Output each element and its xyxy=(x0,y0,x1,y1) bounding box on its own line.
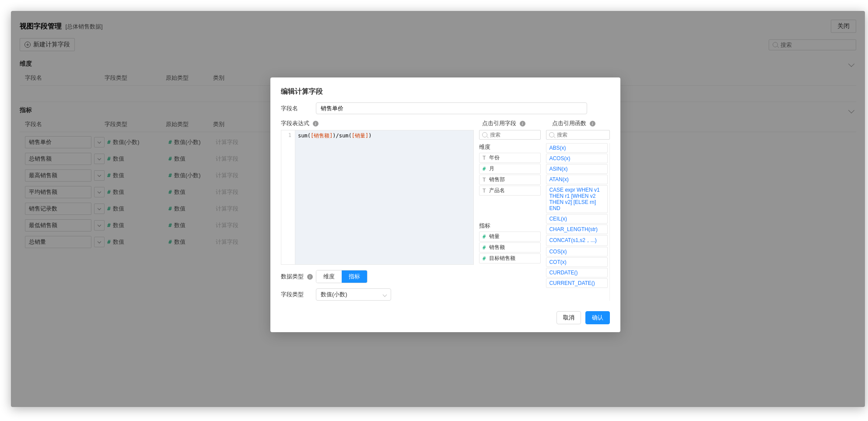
function-item[interactable]: CURRENT_DATE() xyxy=(546,278,608,288)
field-item[interactable]: T产品名 xyxy=(479,186,541,196)
field-item[interactable]: #目标销售额 xyxy=(479,253,541,263)
function-item[interactable]: ASIN(x) xyxy=(546,164,608,174)
field-item-label: 月 xyxy=(489,165,494,172)
field-type-select[interactable]: 数值(小数) xyxy=(316,288,391,301)
fields-panel: 维度 T年份#月T销售部T产品名 指标 #销量#销售额#目标销售额 xyxy=(479,130,541,306)
function-item[interactable]: ATAN(x) xyxy=(546,175,608,184)
field-item[interactable]: T销售部 xyxy=(479,175,541,185)
modal-footer: 取消 确认 xyxy=(281,311,610,324)
field-type-row: 字段类型 数值(小数) xyxy=(281,288,474,301)
cancel-button[interactable]: 取消 xyxy=(556,311,581,324)
search-icon xyxy=(549,132,554,137)
function-item[interactable]: ACOS(x) xyxy=(546,154,608,163)
function-item[interactable]: CONCAT(s1,s2，...) xyxy=(546,235,608,246)
field-type-value: 数值(小数) xyxy=(321,291,347,298)
field-item-label: 年份 xyxy=(489,154,500,161)
function-item[interactable]: COT(x) xyxy=(546,257,608,267)
type-icon: T xyxy=(482,155,486,161)
field-type-label: 字段类型 xyxy=(281,291,316,298)
function-item[interactable]: CASE expr WHEN v1 THEN r1 [WHEN v2 THEN … xyxy=(546,185,608,213)
modal-title: 编辑计算字段 xyxy=(281,87,610,96)
function-list[interactable]: ABS(x)ACOS(x)ASIN(x)ATAN(x)CASE expr WHE… xyxy=(546,143,610,301)
field-item[interactable]: #销售额 xyxy=(479,242,541,253)
field-name-input[interactable] xyxy=(316,102,587,114)
chevron-down-icon xyxy=(383,292,387,297)
field-item-label: 目标销售额 xyxy=(489,255,515,262)
info-icon[interactable]: i xyxy=(520,121,525,126)
functions-panel: ABS(x)ACOS(x)ASIN(x)ATAN(x)CASE expr WHE… xyxy=(546,130,610,306)
field-item[interactable]: T年份 xyxy=(479,153,541,163)
line-gutter: 1 xyxy=(281,130,295,264)
function-item[interactable]: COS(x) xyxy=(546,247,608,256)
type-icon: # xyxy=(482,256,486,262)
type-icon: # xyxy=(482,166,486,172)
field-item[interactable]: #月 xyxy=(479,164,541,174)
expression-editor[interactable]: 1 sum([销售额])/sum([销量]) xyxy=(281,130,474,265)
info-icon[interactable]: i xyxy=(307,274,313,280)
funcs-search-input[interactable] xyxy=(557,132,607,138)
function-item[interactable]: CURDATE() xyxy=(546,268,608,277)
field-name-row: 字段名 xyxy=(281,102,610,114)
search-icon xyxy=(482,132,487,137)
type-icon: T xyxy=(482,177,486,183)
data-type-row: 数据类型 i 维度 指标 xyxy=(281,270,474,283)
type-icon: # xyxy=(482,245,486,251)
panel-header-row: 字段表达式 i 点击引用字段 i 点击引用函数 i xyxy=(281,119,610,127)
edit-calc-field-modal: 编辑计算字段 字段名 字段表达式 i 点击引用字段 i 点击引用函数 i xyxy=(270,77,620,332)
function-item[interactable]: CEIL(x) xyxy=(546,214,608,224)
data-type-segmented: 维度 指标 xyxy=(316,270,368,283)
fields-search-input[interactable] xyxy=(490,132,538,138)
function-item[interactable]: CHAR_LENGTH(str) xyxy=(546,225,608,234)
expr-label: 字段表达式 xyxy=(281,120,309,126)
type-icon: T xyxy=(482,188,486,194)
info-icon[interactable]: i xyxy=(313,121,318,126)
type-icon: # xyxy=(482,234,486,240)
field-item[interactable]: #销量 xyxy=(479,232,541,242)
funcs-label: 点击引用函数 xyxy=(552,120,586,126)
info-icon[interactable]: i xyxy=(590,121,595,126)
field-item-label: 产品名 xyxy=(489,187,505,194)
fields-search[interactable] xyxy=(479,130,541,140)
fields-label: 点击引用字段 xyxy=(482,120,516,126)
field-item-label: 销售部 xyxy=(489,176,505,183)
funcs-search[interactable] xyxy=(546,130,610,140)
expression-text[interactable]: sum([销售额])/sum([销量]) xyxy=(295,130,473,264)
data-type-label: 数据类型 xyxy=(281,273,304,280)
fields-dim-header: 维度 xyxy=(479,143,541,151)
ok-button[interactable]: 确认 xyxy=(585,311,610,324)
function-item[interactable]: ABS(x) xyxy=(546,143,608,153)
data-type-metric[interactable]: 指标 xyxy=(342,270,367,283)
data-type-dimension[interactable]: 维度 xyxy=(316,270,342,283)
field-name-label: 字段名 xyxy=(281,105,316,112)
field-item-label: 销售额 xyxy=(489,244,505,251)
field-item-label: 销量 xyxy=(489,233,500,240)
fields-metric-header: 指标 xyxy=(479,222,541,230)
